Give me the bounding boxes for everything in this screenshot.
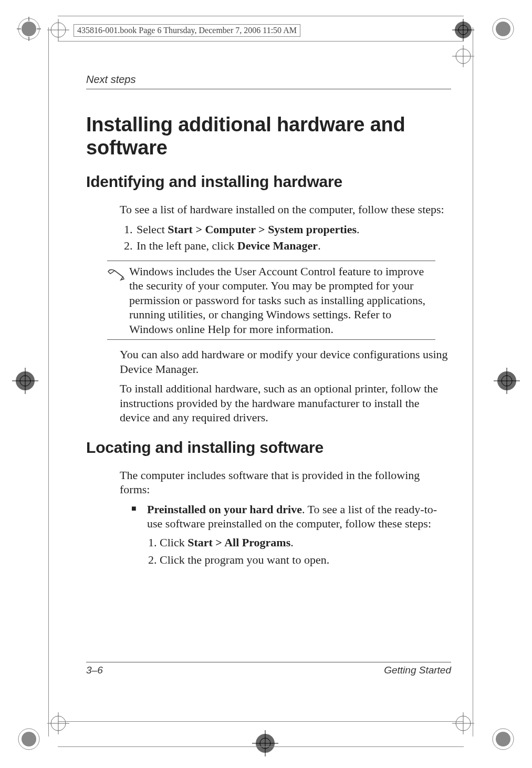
svg-point-1 — [22, 22, 36, 36]
step-bold: Device Manager — [237, 239, 318, 252]
body-block: You can also add hardware or modify your… — [120, 347, 451, 425]
numbered-list: Select Start > Computer > System propert… — [120, 222, 451, 253]
svg-point-11 — [496, 732, 510, 746]
crosshair-icon — [47, 19, 69, 43]
body-block: To see a list of hardware installed on t… — [120, 202, 451, 253]
svg-point-40 — [109, 269, 110, 271]
body-block: The computer includes software that is p… — [120, 468, 451, 567]
svg-point-9 — [22, 732, 36, 746]
heading-1: Installing additional hardware and softw… — [86, 113, 451, 159]
bullet-bold: Preinstalled on your hard drive — [147, 503, 302, 516]
svg-point-7 — [496, 22, 510, 36]
running-header: Next steps — [86, 74, 451, 86]
footer-title: Getting Started — [384, 665, 451, 676]
crosshair-icon — [47, 712, 69, 736]
list-item: Click Start > All Programs. — [160, 535, 451, 550]
registration-mark-icon — [16, 726, 42, 752]
crop-line — [58, 721, 464, 722]
crop-line — [48, 27, 49, 736]
crosshair-icon — [12, 368, 38, 396]
paragraph: To install additional hardware, such as … — [120, 381, 451, 425]
registration-mark-icon — [16, 16, 42, 42]
list-item: Click the program you want to open. — [160, 553, 451, 567]
registration-mark-icon — [490, 726, 516, 752]
step-text: . — [318, 239, 321, 252]
registration-mark-icon — [490, 16, 516, 42]
crosshair-icon — [452, 712, 474, 736]
heading-2-identify: Identifying and installing hardware — [86, 173, 451, 191]
paragraph: To see a list of hardware installed on t… — [120, 202, 451, 217]
crosshair-icon — [452, 19, 474, 43]
numbered-list: Click Start > All Programs. Click the pr… — [147, 535, 451, 567]
paragraph: The computer includes software that is p… — [120, 468, 451, 497]
step-bold: Start > Computer > System properties — [168, 223, 357, 236]
bullet-list: Preinstalled on your hard drive. To see … — [120, 502, 451, 567]
crosshair-icon — [252, 730, 278, 759]
note-block: Windows includes the User Account Contro… — [107, 261, 451, 340]
list-item: In the left pane, click Device Manager. — [135, 238, 451, 253]
step-text: Select — [137, 223, 168, 236]
crop-line — [58, 746, 464, 747]
page-content: Next steps Installing additional hardwar… — [86, 74, 451, 572]
list-item: Preinstalled on your hard drive. To see … — [131, 502, 451, 567]
page-number: 3–6 — [86, 665, 103, 676]
header-rule — [86, 89, 451, 89]
list-item: Select Start > Computer > System propert… — [135, 222, 451, 237]
crosshair-icon — [494, 368, 520, 396]
heading-2-locate: Locating and installing software — [86, 439, 451, 456]
document-page: 435816-001.book Page 6 Thursday, Decembe… — [0, 0, 532, 768]
note-icon — [107, 265, 125, 283]
crop-line — [473, 27, 473, 736]
step-text: In the left pane, click — [137, 239, 237, 252]
note-text: Windows includes the User Account Contro… — [129, 264, 435, 337]
crop-line — [58, 16, 464, 16]
crop-line — [58, 41, 464, 41]
crosshair-icon — [452, 45, 474, 69]
step-bold: Start > All Programs — [187, 536, 290, 549]
step-text: . — [357, 223, 360, 236]
footer-rule — [86, 662, 451, 662]
note-rule — [107, 339, 435, 340]
crop-header: 435816-001.book Page 6 Thursday, Decembe… — [74, 24, 300, 37]
page-footer: 3–6 Getting Started — [86, 662, 451, 676]
step-text: Click — [160, 536, 187, 549]
paragraph: You can also add hardware or modify your… — [120, 347, 451, 376]
step-text: . — [290, 536, 294, 549]
